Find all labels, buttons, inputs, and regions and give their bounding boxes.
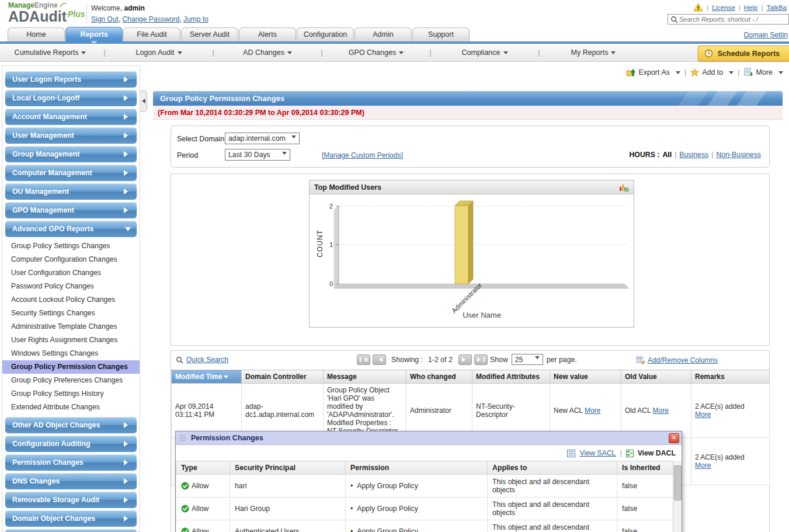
close-icon[interactable]: ×	[669, 433, 679, 443]
bar-administrator[interactable]	[455, 206, 468, 284]
last-page-button[interactable]	[474, 354, 488, 365]
col-domain-controller[interactable]: Domain Controller	[242, 370, 324, 384]
export-as-button[interactable]: Export As	[626, 68, 680, 77]
hours-nonbusiness-option[interactable]: Non-Business	[716, 151, 761, 159]
more-button[interactable]: More	[744, 68, 783, 77]
pipe-sep: |	[530, 48, 548, 57]
license-link[interactable]: License	[712, 4, 735, 11]
sidebar-item-windows-settings-changes[interactable]: Windows Settings Changes	[2, 347, 140, 360]
hours-all-option[interactable]: All	[662, 151, 672, 159]
pipe-sep: |	[739, 4, 741, 11]
col-label: Remarks	[695, 373, 725, 381]
tab-admin[interactable]: Admin	[354, 27, 412, 41]
sidebar-section-domain-object-changes[interactable]: Domain Object Changes	[5, 510, 137, 527]
sidebar-section-profile-based-reports[interactable]: Profile Based Reports	[5, 529, 137, 532]
sidebar-item-password-policy-changes[interactable]: Password Policy Changes	[2, 280, 140, 293]
subnav-my-reports[interactable]: My Reports	[548, 48, 639, 57]
sidebar-item-user-configuration-changes[interactable]: User Configuration Changes	[2, 266, 140, 280]
tab-support[interactable]: Support	[412, 27, 470, 41]
sidebar-item-extended-attribute-changes[interactable]: Extended Attribute Changes	[2, 401, 140, 414]
warning-icon[interactable]	[693, 3, 703, 12]
search-input[interactable]	[678, 15, 784, 23]
tab-home[interactable]: Home	[8, 27, 65, 41]
remarks-more-link[interactable]: More	[695, 461, 711, 470]
sidebar-item-group-policy-settings-history[interactable]: Group Policy Settings History	[2, 387, 140, 401]
expand-right-icon	[124, 95, 131, 101]
col-who-changed[interactable]: Who changed	[406, 370, 472, 384]
sidebar-section-removable-storage-audit[interactable]: Removable Storage Audit	[5, 492, 137, 508]
tab-configuration[interactable]: Configuration	[297, 27, 354, 41]
new-acl-more-link[interactable]: More	[585, 406, 600, 415]
drag-handle-icon[interactable]	[179, 434, 187, 442]
subnav-gpo-changes[interactable]: GPO Changes	[331, 48, 422, 57]
sidebar-section-configuration-auditing[interactable]: Configuration Auditing	[5, 436, 137, 452]
sidebar-section-user-logon-reports[interactable]: User Logon Reports	[5, 71, 137, 88]
domain-select[interactable]: adap.internal.com	[225, 133, 300, 144]
domain-settings-link[interactable]: Domain Settin	[744, 31, 788, 39]
first-page-button[interactable]	[357, 354, 370, 365]
top-modified-users-chart: Top Modified Users 2 1 0 Administrator	[309, 180, 634, 328]
sidebar-item-user-rights-assignment-changes[interactable]: User Rights Assignment Changes	[2, 333, 140, 347]
sidebar-section-permission-changes[interactable]: Permission Changes	[5, 454, 137, 471]
add-chart-icon[interactable]	[618, 183, 629, 192]
quick-search-button[interactable]: Quick Search	[176, 356, 228, 364]
sidebar-item-account-lockout-policy-changes[interactable]: Account Lockout Policy Changes	[2, 293, 140, 307]
tab-reports[interactable]: Reports	[65, 27, 123, 42]
subnav-cumulative-reports[interactable]: Cumulative Reports	[5, 48, 96, 57]
view-sacl-link[interactable]: View SACL	[579, 449, 616, 457]
subnav-logon-audit[interactable]: Logon Audit	[113, 48, 204, 57]
scrollbar-thumb[interactable]	[674, 465, 682, 500]
col-modified-time[interactable]: Modified Time	[172, 370, 242, 384]
subnav-ad-changes[interactable]: AD Changes	[222, 48, 313, 57]
prev-page-button[interactable]	[373, 354, 386, 365]
col-modified-attributes[interactable]: Modified Attributes	[472, 370, 550, 384]
schedule-reports-button[interactable]: Schedule Reports	[698, 46, 789, 61]
title-stripe	[735, 91, 768, 106]
sidebar-section-computer-management[interactable]: Computer Management	[5, 165, 137, 181]
sidebar-section-dns-changes[interactable]: DNS Changes	[5, 473, 137, 489]
old-value-text: Old ACL	[625, 406, 651, 415]
global-search[interactable]	[668, 14, 789, 25]
page-size-select[interactable]: 25	[512, 354, 543, 365]
add-remove-columns-button[interactable]: Add/Remove Columns	[636, 356, 718, 364]
sidebar-item-group-policy-permission-changes-selected[interactable]: Group Policy Permission Changes	[2, 360, 140, 374]
remarks-more-link[interactable]: More	[695, 411, 711, 419]
pipe-sep: |	[684, 68, 686, 77]
sidebar-section-other-ad-object-changes[interactable]: Other AD Object Changes	[5, 417, 137, 433]
col-new-value[interactable]: New value	[550, 370, 621, 384]
popup-header[interactable]: Permission Changes ×	[176, 432, 682, 445]
sidebar-section-advanced-gpo-reports[interactable]: Advanced GPO Reports	[5, 221, 137, 237]
sidebar-section-group-management[interactable]: Group Management	[5, 146, 137, 162]
sidebar-item-group-policy-settings-changes[interactable]: Group Policy Settings Changes	[2, 239, 140, 253]
hours-business-option[interactable]: Business	[679, 151, 708, 159]
old-acl-more-link[interactable]: More	[653, 406, 669, 415]
next-page-button[interactable]	[458, 354, 472, 365]
jump-to-link[interactable]: Jump to	[183, 15, 208, 23]
sidebar-item-group-policy-preferences-changes[interactable]: Group Policy Preferences Changes	[2, 374, 140, 387]
sidebar-collapse-handle[interactable]	[140, 91, 147, 112]
tab-file-audit[interactable]: File Audit	[123, 27, 180, 41]
subnav-compliance[interactable]: Compliance	[439, 48, 530, 57]
col-old-value[interactable]: Old Value	[621, 370, 691, 384]
sidebar-section-account-management[interactable]: Account Management	[5, 109, 137, 125]
period-select[interactable]: Last 30 Days	[225, 149, 290, 161]
sidebar-section-gpo-management[interactable]: GPO Management	[5, 202, 137, 218]
view-dacl-link[interactable]: View DACL	[638, 449, 676, 457]
sidebar-section-user-management[interactable]: User Management	[5, 127, 137, 144]
sidebar-section-local-logon-logoff[interactable]: Local Logon-Logoff	[5, 90, 137, 106]
manage-custom-periods-link[interactable]: [Manage Custom Periods]	[322, 151, 403, 159]
tab-alerts[interactable]: Alerts	[239, 27, 296, 41]
col-remarks[interactable]: Remarks	[691, 370, 770, 384]
tab-server-audit[interactable]: Server Audit	[181, 27, 238, 41]
popup-scrollbar[interactable]	[673, 461, 682, 532]
sidebar-section-ou-management[interactable]: OU Management	[5, 183, 137, 200]
change-password-link[interactable]: Change Password	[122, 15, 179, 23]
col-message[interactable]: Message	[324, 370, 406, 384]
talkback-link[interactable]: TalkBa	[766, 4, 787, 11]
sign-out-link[interactable]: Sign Out	[91, 15, 119, 23]
sidebar-item-administrative-template-changes[interactable]: Administrative Template Changes	[2, 320, 140, 333]
sidebar-item-computer-configuration-changes[interactable]: Computer Configuration Changes	[2, 253, 140, 266]
sidebar-item-security-settings-changes[interactable]: Security Settings Changes	[2, 307, 140, 320]
add-to-button[interactable]: Add to	[690, 68, 734, 77]
help-link[interactable]: Help	[744, 4, 758, 11]
